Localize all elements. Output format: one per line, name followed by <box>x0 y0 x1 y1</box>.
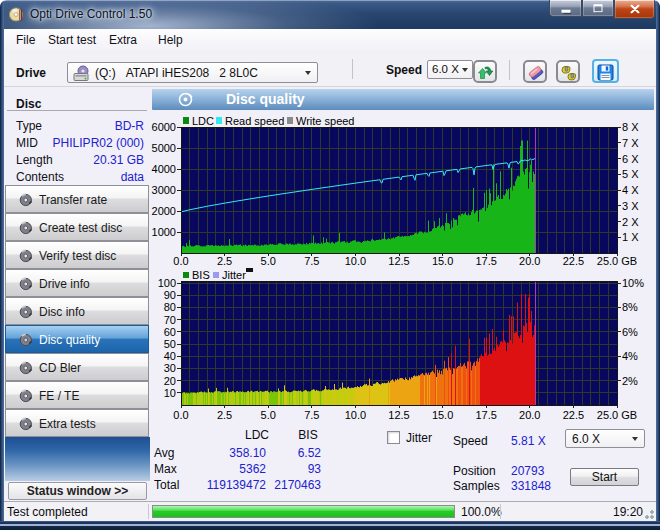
svg-text:BIS: BIS <box>192 269 210 281</box>
svg-text:50: 50 <box>164 338 176 350</box>
svg-text:90: 90 <box>164 289 176 301</box>
svg-text:2 X: 2 X <box>622 216 639 228</box>
svg-text:10%: 10% <box>622 277 644 289</box>
svg-text:7 X: 7 X <box>622 137 639 149</box>
svg-text:1000: 1000 <box>152 226 176 238</box>
svg-text:4%: 4% <box>622 350 638 362</box>
svg-text:4 X: 4 X <box>622 184 639 196</box>
svg-text:4000: 4000 <box>152 163 176 175</box>
svg-text:8%: 8% <box>622 301 638 313</box>
svg-text:Jitter: Jitter <box>222 269 246 281</box>
svg-text:6 X: 6 X <box>622 153 639 165</box>
svg-text:80: 80 <box>164 301 176 313</box>
svg-text:10: 10 <box>164 387 176 399</box>
svg-text:20: 20 <box>164 375 176 387</box>
svg-text:70: 70 <box>164 314 176 326</box>
svg-text:5.0: 5.0 <box>261 409 276 421</box>
svg-text:3000: 3000 <box>152 184 176 196</box>
svg-text:2.5: 2.5 <box>217 409 232 421</box>
svg-text:3 X: 3 X <box>622 200 639 212</box>
svg-text:6000: 6000 <box>152 121 176 133</box>
svg-text:40: 40 <box>164 350 176 362</box>
svg-text:6%: 6% <box>622 326 638 338</box>
svg-text:25.0 GB: 25.0 GB <box>597 409 637 421</box>
svg-text:17.5: 17.5 <box>475 409 496 421</box>
svg-text:5000: 5000 <box>152 142 176 154</box>
svg-text:60: 60 <box>164 326 176 338</box>
svg-text:LDC: LDC <box>192 115 214 127</box>
svg-text:5 X: 5 X <box>622 168 639 180</box>
svg-text:15.0: 15.0 <box>432 409 453 421</box>
svg-text:10.0: 10.0 <box>345 409 366 421</box>
svg-text:8 X: 8 X <box>622 121 639 133</box>
svg-text:100: 100 <box>158 277 176 289</box>
svg-text:12.5: 12.5 <box>388 409 409 421</box>
svg-text:30: 30 <box>164 362 176 374</box>
svg-text:1 X: 1 X <box>622 231 639 243</box>
svg-text:2%: 2% <box>622 375 638 387</box>
svg-text:22.5: 22.5 <box>563 409 584 421</box>
svg-text:2000: 2000 <box>152 205 176 217</box>
svg-text:Write speed: Write speed <box>296 115 355 127</box>
svg-text:7.5: 7.5 <box>304 409 319 421</box>
svg-text:20.0: 20.0 <box>519 409 540 421</box>
svg-text:Read speed: Read speed <box>225 115 284 127</box>
svg-text:0.0: 0.0 <box>173 409 188 421</box>
